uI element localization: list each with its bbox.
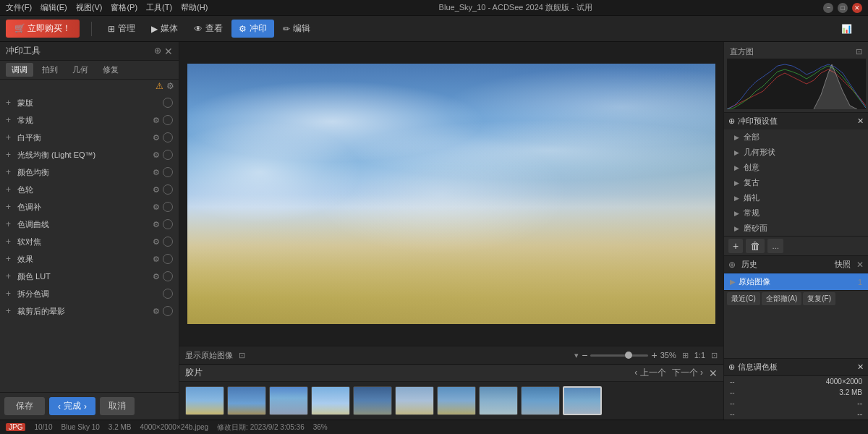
- adj-white-balance[interactable]: + 白平衡 ⚙: [0, 129, 179, 146]
- gear-icon[interactable]: ⚙: [153, 133, 160, 142]
- toggle-circle[interactable]: [163, 254, 173, 264]
- tab-repair[interactable]: 修复: [97, 63, 124, 77]
- preset-geometry[interactable]: ▶ 几何形状: [724, 145, 868, 160]
- tab-adjust[interactable]: 调调: [6, 63, 33, 77]
- zoom-in-button[interactable]: +: [651, 349, 657, 361]
- redo-button[interactable]: 复复(F): [803, 292, 835, 305]
- edit-button[interactable]: ✏ 编辑: [276, 20, 318, 38]
- toggle-circle[interactable]: [163, 237, 173, 247]
- pin-icon[interactable]: ⊕: [154, 46, 161, 57]
- adj-color-tone[interactable]: + 色调补 ⚙: [0, 198, 179, 216]
- cancel-button[interactable]: 取消: [100, 397, 135, 415]
- toggle-circle[interactable]: [163, 202, 173, 212]
- adj-color-wheel[interactable]: + 色轮 ⚙: [0, 181, 179, 198]
- add-preset-button[interactable]: +: [728, 239, 743, 253]
- filmstrip-thumb-10[interactable]: [563, 386, 602, 415]
- done-button[interactable]: ‹ 完成 ›: [49, 397, 95, 415]
- adj-split-tone[interactable]: + 拆分色调: [0, 285, 179, 302]
- menu-edit[interactable]: 编辑(E): [41, 2, 67, 13]
- menu-pane[interactable]: 窗格(P): [111, 2, 137, 13]
- develop-button[interactable]: ⚙ 冲印: [231, 20, 274, 38]
- minimize-button[interactable]: －: [823, 3, 833, 13]
- toggle-circle[interactable]: [163, 132, 173, 142]
- more-preset-button[interactable]: …: [767, 239, 783, 253]
- toggle-circle[interactable]: [163, 219, 173, 229]
- menu-file[interactable]: 文件(F): [6, 2, 32, 13]
- show-original-label[interactable]: 显示原始图像: [185, 350, 233, 361]
- close-presets-icon[interactable]: ✕: [857, 116, 864, 126]
- filmstrip-thumb-7[interactable]: [437, 386, 476, 415]
- toggle-circle[interactable]: [163, 115, 173, 125]
- toggle-circle[interactable]: [163, 98, 173, 108]
- pin-icon[interactable]: ⊕: [728, 362, 735, 372]
- adj-soft-focus[interactable]: + 软对焦 ⚙: [0, 233, 179, 250]
- pin-icon[interactable]: ⊕: [728, 260, 736, 270]
- settings-icon[interactable]: ⚙: [166, 81, 174, 91]
- adj-effects[interactable]: + 效果 ⚙: [0, 250, 179, 268]
- view-button[interactable]: 👁 查看: [187, 20, 230, 38]
- history-item-original[interactable]: ▶ 原始图像 1: [724, 273, 868, 290]
- histogram-toggle[interactable]: 📊: [834, 21, 859, 37]
- gear-icon[interactable]: ⚙: [153, 220, 160, 229]
- media-button[interactable]: ▶ 媒体: [144, 20, 185, 38]
- adj-color-balance[interactable]: + 颜色均衡 ⚙: [0, 163, 179, 181]
- prev-button[interactable]: ‹ 上一个: [634, 367, 665, 379]
- tab-geometry[interactable]: 几何: [67, 63, 94, 77]
- undo-button[interactable]: 最近(C): [727, 292, 760, 305]
- zoom-slider[interactable]: [590, 354, 648, 357]
- adj-mask[interactable]: + 蒙版: [0, 94, 179, 111]
- gear-icon[interactable]: ⚙: [153, 272, 160, 281]
- filmstrip-thumb-4[interactable]: [311, 386, 350, 415]
- image-viewport[interactable]: [179, 42, 723, 346]
- menu-view[interactable]: 视图(V): [76, 2, 103, 13]
- adj-light-eq[interactable]: + 光线均衡 (Light EQ™) ⚙: [0, 146, 179, 163]
- menu-bar[interactable]: 文件(F) 编辑(E) 视图(V) 窗格(P) 工具(T) 帮助(H): [6, 2, 208, 13]
- histogram-options-icon[interactable]: ⊡: [856, 47, 862, 56]
- menu-help[interactable]: 帮助(H): [181, 2, 208, 13]
- fit-icon[interactable]: ⊞: [682, 351, 689, 360]
- preset-vintage[interactable]: ▶ 复古: [724, 175, 868, 190]
- close-panel-icon[interactable]: ✕: [164, 46, 173, 57]
- toggle-circle[interactable]: [163, 271, 173, 281]
- manage-button[interactable]: ⊞ 管理: [101, 20, 142, 38]
- filmstrip-thumb-6[interactable]: [395, 386, 434, 415]
- gear-icon[interactable]: ⚙: [153, 237, 160, 247]
- gear-icon[interactable]: ⚙: [153, 203, 160, 212]
- close-info-icon[interactable]: ✕: [857, 362, 864, 372]
- toggle-circle[interactable]: [163, 167, 173, 177]
- filmstrip-thumb-9[interactable]: [521, 386, 560, 415]
- adj-tone-curve[interactable]: + 色调曲线 ⚙: [0, 216, 179, 233]
- zoom-out-button[interactable]: −: [582, 349, 587, 361]
- tab-shoot[interactable]: 拍到: [36, 63, 64, 77]
- filmstrip-close-button[interactable]: ✕: [709, 367, 718, 379]
- toggle-circle[interactable]: [163, 306, 173, 316]
- next-button[interactable]: 下一个 ›: [672, 367, 703, 379]
- filmstrip-thumb-2[interactable]: [227, 386, 266, 415]
- toggle-circle[interactable]: [163, 184, 173, 195]
- show-original-icon[interactable]: ⊡: [239, 351, 245, 360]
- gear-icon[interactable]: ⚙: [153, 185, 160, 195]
- save-button[interactable]: 保存: [4, 397, 45, 415]
- window-controls[interactable]: － □ ✕: [823, 3, 862, 13]
- buy-button[interactable]: 🛒 立即购买！: [6, 20, 80, 38]
- menu-tools[interactable]: 工具(T): [146, 2, 172, 13]
- gear-icon[interactable]: ⚙: [153, 116, 160, 125]
- gear-icon[interactable]: ⚙: [153, 307, 160, 316]
- gear-icon[interactable]: ⚙: [153, 150, 160, 160]
- adj-vignette[interactable]: + 裁剪后的晕影 ⚙: [0, 302, 179, 320]
- filmstrip-thumb-8[interactable]: [479, 386, 518, 415]
- filmstrip-thumb-1[interactable]: [185, 386, 224, 415]
- preset-all[interactable]: ▶ 全部: [724, 129, 868, 145]
- preset-creative[interactable]: ▶ 创意: [724, 160, 868, 175]
- maximize-button[interactable]: □: [838, 3, 848, 13]
- filmstrip-thumb-3[interactable]: [269, 386, 308, 415]
- preset-wedding[interactable]: ▶ 婚礼: [724, 190, 868, 205]
- pin-icon[interactable]: ⊕: [728, 116, 735, 126]
- preset-normal[interactable]: ▶ 常规: [724, 205, 868, 221]
- close-button[interactable]: ✕: [852, 3, 862, 13]
- close-history-icon[interactable]: ✕: [856, 260, 864, 270]
- toggle-circle[interactable]: [163, 150, 173, 160]
- toggle-circle[interactable]: [163, 289, 173, 299]
- filmstrip-thumb-5[interactable]: [353, 386, 392, 415]
- redo-all-button[interactable]: 全部撤(A): [762, 292, 801, 305]
